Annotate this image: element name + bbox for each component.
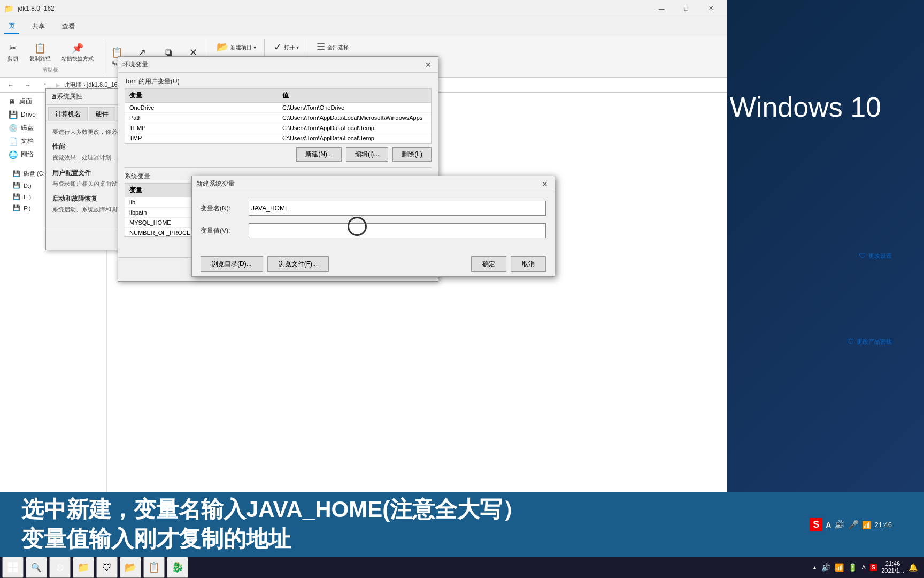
start-button[interactable] — [2, 557, 24, 578]
var-name: Path — [125, 113, 278, 123]
browse-file-button[interactable]: 浏览文件(F)... — [267, 256, 329, 272]
var-name-input[interactable] — [249, 201, 546, 216]
change-key-label: 更改产品密钥 — [857, 338, 892, 346]
folder-taskbar-icon: 📂 — [125, 561, 136, 573]
env-dialog-title: 环境变量 — [122, 60, 423, 69]
sidebar-item-label: 磁盘 — [21, 123, 34, 132]
select-all-button[interactable]: ☰ 全部选择 — [312, 39, 353, 57]
tab-page[interactable]: 页 — [4, 19, 19, 34]
new-var-cancel-button[interactable]: 取消 — [511, 256, 546, 272]
tab-view[interactable]: 查看 — [58, 20, 79, 33]
sidebar-drive-c-label: 磁盘 (C:) — [24, 170, 47, 178]
sogou-label: A — [826, 520, 831, 529]
time-display: 21:46 — [886, 560, 900, 567]
var-value: C:\Users\Tom\AppData\Local\Microsoft\Win… — [278, 113, 431, 123]
mic-icon: 🎤 — [848, 520, 859, 530]
file-explorer-taskbar-icon: 📁 — [78, 561, 89, 573]
key-icon: 🛡 — [847, 337, 854, 346]
env-dialog-titlebar: 环境变量 ✕ — [118, 57, 438, 73]
tab-computer-name[interactable]: 计算机名 — [48, 107, 88, 121]
search-taskbar-icon: 🔍 — [31, 562, 42, 573]
maximize-button[interactable]: □ — [674, 0, 698, 17]
explorer-title: jdk1.8.0_162 — [18, 5, 55, 12]
paste-shortcut-icon: 📌 — [72, 42, 83, 54]
var-name: TEMP — [125, 123, 278, 133]
user-new-button[interactable]: 新建(N)... — [296, 147, 342, 162]
dragon-taskbar-icon: 🐉 — [172, 561, 183, 573]
copy-path-button[interactable]: 📋 复制路径 — [25, 40, 56, 65]
copy-path-icon: 📋 — [34, 42, 46, 54]
browse-dir-button[interactable]: 浏览目录(D)... — [201, 256, 263, 272]
taskbar-folder[interactable]: 📂 — [120, 557, 141, 578]
val-col-header: 值 — [278, 89, 431, 102]
up-arrow-icon: ▲ — [812, 565, 818, 571]
forward-button[interactable]: → — [21, 79, 34, 92]
new-var-title: 新建系统变量 — [196, 179, 540, 188]
address-path: 此电脑 › jdk1.8.0_162 — [64, 81, 121, 89]
open-button[interactable]: ✓ 打开 ▾ — [269, 39, 304, 57]
change-settings-button[interactable]: 🛡 更改设置 — [859, 252, 892, 260]
tab-share[interactable]: 共享 — [28, 20, 49, 33]
drive-d-icon: 💾 — [13, 182, 20, 189]
drive-e-icon: 💾 — [13, 193, 20, 200]
user-var-tmp[interactable]: TMP C:\Users\Tom\AppData\Local\Temp — [125, 133, 431, 143]
user-vars-buttons: 新建(N)... 编辑(I)... 删除(L) — [118, 144, 438, 165]
new-var-close-button[interactable]: ✕ — [540, 179, 550, 189]
env-dialog-close[interactable]: ✕ — [423, 59, 434, 70]
user-var-temp[interactable]: TEMP C:\Users\Tom\AppData\Local\Temp — [125, 123, 431, 133]
user-var-onedrive[interactable]: OneDrive C:\Users\Tom\OneDrive — [125, 103, 431, 113]
open-icon: ✓ — [274, 41, 282, 53]
ribbon-tabs: 页 共享 查看 — [0, 17, 727, 36]
user-edit-button[interactable]: 编辑(I)... — [346, 147, 388, 162]
new-item-label: 新建项目 ▾ — [230, 44, 256, 51]
paste-shortcut-button[interactable]: 📌 粘贴快捷方式 — [57, 40, 98, 65]
sidebar-item-label: 网络 — [21, 150, 34, 159]
drive-f-icon: 💾 — [13, 204, 20, 211]
speaker-icon: 🔊 — [821, 563, 830, 572]
back-button[interactable]: ← — [4, 79, 17, 92]
sys-icon: 🖥 — [50, 93, 57, 101]
start-icon — [8, 562, 18, 572]
var-value-label: 变量值(V): — [201, 226, 249, 235]
disk-icon: 💿 — [9, 124, 18, 132]
svg-rect-6 — [8, 568, 12, 572]
new-var-ok-button[interactable]: 确定 — [471, 256, 506, 272]
win10-text: Windows 10 — [730, 91, 881, 123]
user-vars-title: Tom 的用户变量(U) — [118, 73, 438, 88]
sogou-brand: S A 🔊 🎤 📶 21:46 — [810, 518, 892, 531]
close-button[interactable]: ✕ — [698, 0, 723, 17]
var-name-row: 变量名(N): — [201, 201, 546, 216]
minimize-button[interactable]: — — [649, 0, 674, 17]
subtitle-bar: 选中新建，变量名输入JAVA_HOME(注意全大写） 变量值输入刚才复制的地址 … — [0, 492, 924, 557]
taskbar-file-explorer[interactable]: 📁 — [73, 557, 94, 578]
svg-rect-4 — [8, 562, 12, 567]
var-name-label: 变量名(N): — [201, 204, 249, 213]
drive-icon: 💾 — [9, 110, 18, 119]
change-settings-label: 更改设置 — [868, 252, 892, 260]
taskbar-clipboard[interactable]: 📋 — [143, 557, 165, 578]
taskbar-dragon[interactable]: 🐉 — [167, 557, 188, 578]
select-all-label: 全部选择 — [327, 44, 349, 51]
taskbar-time[interactable]: 21:46 2021/1... — [881, 560, 904, 574]
new-var-titlebar: 新建系统变量 ✕ — [192, 176, 555, 192]
new-item-button[interactable]: 📂 新建项目 ▾ — [212, 39, 261, 57]
user-var-path[interactable]: Path C:\Users\Tom\AppData\Local\Microsof… — [125, 113, 431, 123]
drive-c-icon: 💾 — [13, 170, 20, 177]
search-taskbar-button[interactable]: 🔍 — [26, 557, 47, 578]
network-status-icon: 📶 — [862, 520, 871, 529]
explorer-titlebar: 📁 jdk1.8.0_162 — □ ✕ — [0, 0, 727, 17]
task-view-button[interactable]: ⬡ — [49, 557, 71, 578]
sidebar-item-label: 文档 — [21, 136, 34, 146]
cut-button[interactable]: ✂ 剪切 — [2, 40, 24, 65]
user-delete-button[interactable]: 删除(L) — [392, 147, 432, 162]
sys-props-title: 系统属性 — [57, 92, 82, 101]
notification-icon: 🔔 — [908, 563, 918, 572]
volume-icon: 🔊 — [834, 520, 845, 530]
change-key-button[interactable]: 🛡 更改产品密钥 — [847, 337, 892, 346]
tab-hardware[interactable]: 硬件 — [89, 107, 116, 121]
shield-icon: 🛡 — [859, 252, 866, 260]
var-value-input[interactable] — [249, 223, 546, 238]
new-var-content: 变量名(N): 变量值(V): — [192, 192, 555, 254]
taskbar-shield[interactable]: 🛡 — [96, 557, 118, 578]
user-vars-header: 变量 值 — [125, 89, 431, 103]
